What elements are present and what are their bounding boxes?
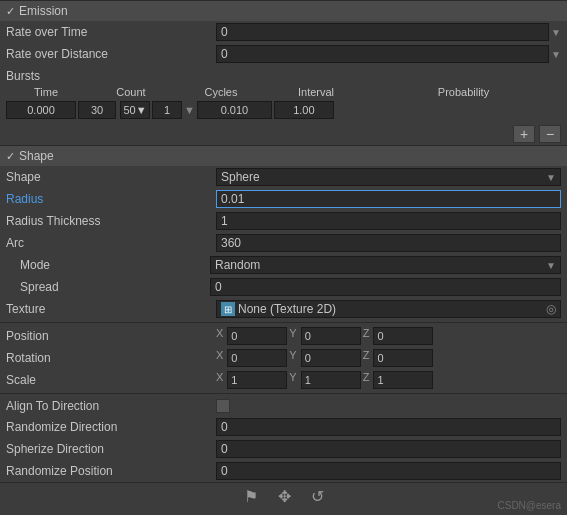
shape-dropdown-arrow: ▼ <box>546 172 556 183</box>
position-y-input[interactable] <box>301 327 361 345</box>
texture-label: Texture <box>6 302 216 316</box>
burst-count-min-input[interactable] <box>78 101 116 119</box>
randomize-pos-input[interactable] <box>216 462 561 480</box>
rotation-z-input[interactable] <box>373 349 433 367</box>
rate-time-arrow[interactable]: ▼ <box>551 27 561 38</box>
toolbar-icon-2[interactable]: ✥ <box>278 487 291 506</box>
radius-thickness-row: Radius Thickness <box>0 210 567 232</box>
radius-thickness-input[interactable] <box>216 212 561 230</box>
scale-row: Scale X Y Z <box>0 369 567 391</box>
rotation-y-unit: Y <box>289 349 296 367</box>
position-row: Position X Y Z <box>0 325 567 347</box>
scale-y-input[interactable] <box>301 371 361 389</box>
rate-over-time-input[interactable] <box>216 23 549 41</box>
mode-row: Mode Random ▼ <box>0 254 567 276</box>
rotation-inputs: X Y Z <box>216 349 561 367</box>
radius-row: Radius <box>0 188 567 210</box>
shape-row: Shape Sphere ▼ <box>0 166 567 188</box>
spread-label: Spread <box>20 280 210 294</box>
radius-input[interactable] <box>216 190 561 208</box>
watermark: CSDN@esera <box>497 500 561 511</box>
bursts-section: Bursts Time Count Cycles Interval Probab… <box>0 65 567 123</box>
texture-field[interactable]: ⊞ None (Texture 2D) ◎ <box>216 300 561 318</box>
emission-section-header[interactable]: ✓ Emission <box>0 0 567 21</box>
randomize-pos-label: Randomize Position <box>6 464 216 478</box>
align-label: Align To Direction <box>6 399 216 413</box>
emission-header-label: Emission <box>19 4 68 18</box>
position-z-unit: Z <box>363 327 370 345</box>
align-row: Align To Direction <box>0 396 567 416</box>
burst-cycles-arrow[interactable]: ▼ <box>184 104 195 116</box>
align-checkbox[interactable] <box>216 399 230 413</box>
spherize-label: Spherize Direction <box>6 442 216 456</box>
burst-col-count: Count <box>86 86 176 98</box>
shape-checkbox[interactable]: ✓ <box>6 150 15 163</box>
scale-inputs: X Y Z <box>216 371 561 389</box>
texture-row: Texture ⊞ None (Texture 2D) ◎ <box>0 298 567 320</box>
scale-z-unit: Z <box>363 371 370 389</box>
rate-over-distance-input[interactable] <box>216 45 549 63</box>
scale-label: Scale <box>6 373 216 387</box>
mode-label: Mode <box>20 258 210 272</box>
spherize-input[interactable] <box>216 440 561 458</box>
position-inputs: X Y Z <box>216 327 561 345</box>
position-x-input[interactable] <box>227 327 287 345</box>
mode-dropdown-arrow: ▼ <box>546 260 556 271</box>
burst-col-probability: Probability <box>366 86 561 98</box>
scale-x-unit: X <box>216 371 223 389</box>
toolbar-icon-3[interactable]: ↺ <box>311 487 324 506</box>
burst-interval-input[interactable] <box>197 101 272 119</box>
position-z-input[interactable] <box>373 327 433 345</box>
rotation-x-input[interactable] <box>227 349 287 367</box>
texture-icon: ⊞ <box>221 302 235 316</box>
rotation-row: Rotation X Y Z <box>0 347 567 369</box>
rotation-z-unit: Z <box>363 349 370 367</box>
rate-distance-arrow[interactable]: ▼ <box>551 49 561 60</box>
spread-input[interactable] <box>210 278 561 296</box>
position-label: Position <box>6 329 216 343</box>
burst-col-time: Time <box>6 86 86 98</box>
texture-target-icon: ◎ <box>546 302 556 316</box>
arc-label: Arc <box>6 236 216 250</box>
shape-header-label: Shape <box>19 149 54 163</box>
burst-probability-input[interactable] <box>274 101 334 119</box>
main-panel: ✓ Emission Rate over Time ▼ Rate over Di… <box>0 0 567 510</box>
randomize-dir-input[interactable] <box>216 418 561 436</box>
arc-row: Arc <box>0 232 567 254</box>
remove-burst-button[interactable]: − <box>539 125 561 143</box>
burst-count-dropdown[interactable]: 50▼ <box>120 101 150 119</box>
rate-over-distance-label: Rate over Distance <box>6 47 216 61</box>
arc-input[interactable] <box>216 234 561 252</box>
radius-label: Radius <box>6 192 216 206</box>
add-remove-row: + − <box>0 123 567 145</box>
rotation-x-unit: X <box>216 349 223 367</box>
scale-x-input[interactable] <box>227 371 287 389</box>
burst-cycles-input-wrap <box>152 101 182 119</box>
shape-value: Sphere <box>221 170 260 184</box>
shape-section-header[interactable]: ✓ Shape <box>0 145 567 166</box>
rotation-label: Rotation <box>6 351 216 365</box>
bottom-toolbar: ⚑ ✥ ↺ CSDN@esera <box>0 482 567 510</box>
rate-over-distance-row: Rate over Distance ▼ <box>0 43 567 65</box>
position-y-unit: Y <box>289 327 296 345</box>
texture-value: None (Texture 2D) <box>238 302 336 316</box>
burst-cycles-input[interactable] <box>152 102 182 118</box>
scale-y-unit: Y <box>289 371 296 389</box>
shape-label: Shape <box>6 170 216 184</box>
shape-dropdown[interactable]: Sphere ▼ <box>216 168 561 186</box>
add-burst-button[interactable]: + <box>513 125 535 143</box>
emission-checkbox[interactable]: ✓ <box>6 5 15 18</box>
randomize-dir-label: Randomize Direction <box>6 420 216 434</box>
randomize-pos-row: Randomize Position <box>0 460 567 482</box>
toolbar-icon-1[interactable]: ⚑ <box>244 487 258 506</box>
randomize-dir-row: Randomize Direction <box>0 416 567 438</box>
spread-row: Spread <box>0 276 567 298</box>
burst-time-input[interactable] <box>6 101 76 119</box>
rate-over-time-row: Rate over Time ▼ <box>0 21 567 43</box>
bursts-label: Bursts <box>6 67 561 85</box>
burst-col-interval: Interval <box>266 86 366 98</box>
rotation-y-input[interactable] <box>301 349 361 367</box>
mode-dropdown[interactable]: Random ▼ <box>210 256 561 274</box>
scale-z-input[interactable] <box>373 371 433 389</box>
position-x-unit: X <box>216 327 223 345</box>
